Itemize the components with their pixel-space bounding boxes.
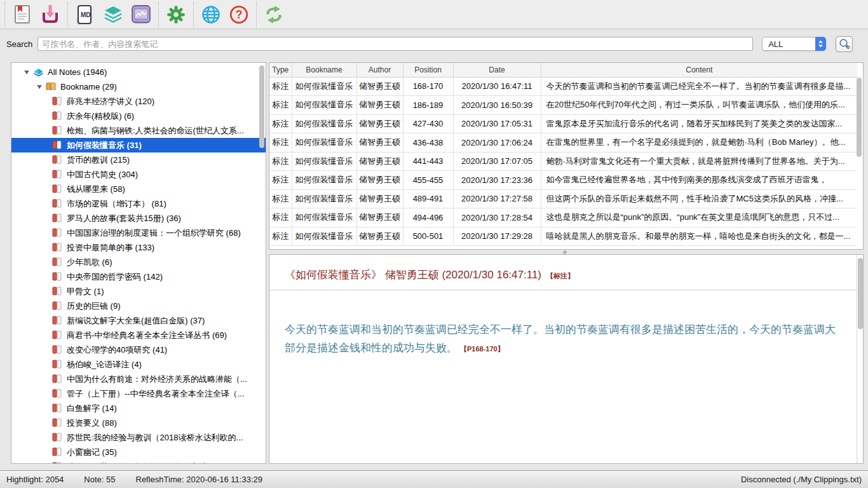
table-cell: 如何假装懂音乐	[292, 133, 356, 152]
column-header[interactable]: Bookname	[292, 63, 356, 77]
book-icon	[52, 316, 63, 325]
sidebar-item[interactable]: Bookname (29)	[11, 79, 266, 94]
table-cell: 在20世纪50年代到70年代之间，有过一类乐队，叫节奏蓝调乐队，他们使用的乐..…	[541, 96, 857, 115]
sidebar-item[interactable]: 商君书-中华经典名著全本全注全译丛书 (69)	[11, 328, 266, 342]
table-cell: 但这两个乐队的音乐听起来截然不同，性手枪沿袭了MC5这类乐队的风格，冲撞...	[541, 189, 857, 208]
search-label: Search	[6, 39, 32, 49]
sidebar-item[interactable]: 小窗幽记 (35)	[11, 445, 266, 459]
sidebar-scrollbar-thumb[interactable]	[259, 65, 264, 148]
website-globe-icon[interactable]	[197, 2, 225, 27]
statistics-chart-icon[interactable]	[127, 2, 155, 27]
sidebar-item[interactable]: 改变心理学的40项研究 (41)	[11, 342, 266, 357]
sidebar-item[interactable]: 货币的教训 (215)	[11, 152, 266, 167]
table-row[interactable]: 标注如何假装懂音乐储智勇王硕455-4552020/1/30 17:23:36如…	[269, 171, 857, 190]
sidebar-item-label: 从零开始学写作：个人增值的有效方法 (6)	[67, 461, 220, 464]
sidebar-item[interactable]: 薛兆丰经济学讲义 (120)	[11, 94, 266, 109]
detail-divider	[269, 290, 857, 290]
table-row[interactable]: 标注如何假装懂音乐储智勇王硕494-4962020/1/30 17:28:54这…	[269, 208, 857, 227]
sidebar-item[interactable]: 枪炮、病菌与钢铁:人类社会的命运(世纪人文系...	[11, 123, 266, 138]
sidebar-item[interactable]: 中国古代简史 (304)	[11, 167, 266, 182]
column-header[interactable]: Date	[453, 63, 541, 77]
sidebar-item[interactable]: 市场的逻辑（增订本） (81)	[11, 196, 266, 211]
note-position-badge: 【P168-170】	[460, 345, 505, 353]
globe-glyph	[201, 5, 220, 24]
sidebar-scrollbar[interactable]	[259, 64, 265, 462]
detail-scrollbar[interactable]	[857, 255, 857, 463]
filter-dropdown[interactable]: ALL	[762, 37, 826, 51]
search-button[interactable]	[836, 36, 853, 52]
sidebar-item[interactable]: 历史的巨镜 (9)	[11, 299, 266, 313]
table-cell: 标注	[269, 114, 292, 133]
sidebar-item[interactable]: 管子（上下册）--中华经典名著全本全注全译（...	[11, 386, 266, 401]
table-row[interactable]: 标注如何假装懂音乐储智勇王硕441-4432020/1/30 17:07:05鲍…	[269, 152, 857, 171]
book-icon	[52, 330, 63, 340]
sidebar-item[interactable]: 少年凯歌 (6)	[11, 255, 266, 269]
column-header[interactable]: Position	[403, 63, 453, 77]
detail-scrollbar-thumb[interactable]	[858, 258, 863, 329]
column-header[interactable]: Type	[269, 63, 292, 77]
sidebar-item[interactable]: 中央帝国的哲学密码 (142)	[11, 269, 266, 284]
status-note-count: Note: 55	[84, 475, 115, 484]
table-scrollbar[interactable]	[857, 78, 862, 248]
disclosure-triangle-icon[interactable]	[37, 85, 42, 89]
sidebar-item[interactable]: 白鱼解字 (14)	[11, 401, 266, 416]
table-cell: 储智勇王硕	[356, 152, 403, 171]
column-header[interactable]: Content	[541, 63, 857, 77]
toolbar-separator	[67, 2, 68, 27]
disclosure-triangle-icon[interactable]	[24, 71, 29, 74]
notes-document-icon[interactable]	[8, 2, 36, 27]
note-body-text: 今天的节奏蓝调和当初的节奏蓝调已经完全不一样了。当初的节奏蓝调有很多是描述困苦生…	[285, 323, 836, 354]
markdown-glyph: MD	[75, 4, 95, 25]
table-row[interactable]: 标注如何假装懂音乐储智勇王硕500-5012020/1/30 17:29:28嘻…	[269, 227, 857, 246]
table-cell: 这也是朋克之所以是“punk”的原因。“punk”在英文里是流氓阿飞的意思，只不…	[541, 208, 857, 227]
table-cell: 储智勇王硕	[356, 227, 403, 246]
sidebar-item[interactable]: 苏世民:我的经验与教训（2018读桥水达利欧的...	[11, 430, 266, 445]
sidebar-item-label: 中国古代简史 (304)	[67, 169, 138, 180]
sidebar-item[interactable]: 投资中最简单的事 (133)	[11, 240, 266, 255]
sidebar-item[interactable]: 中国为什么有前途：对外经济关系的战略潜能（...	[11, 372, 266, 386]
sidebar-item[interactable]: 杨伯峻_论语译注 (4)	[11, 357, 266, 372]
table-cell: 如何假装懂音乐	[292, 96, 356, 115]
sidebar-item-label: 货币的教训 (215)	[67, 154, 130, 166]
table-row[interactable]: 标注如何假装懂音乐储智勇王硕489-4912020/1/30 17:27:58但…	[269, 189, 857, 208]
sidebar-item[interactable]: 庆余年(精校版) (6)	[11, 109, 266, 123]
help-glyph: ?	[229, 5, 248, 24]
svg-text:?: ?	[236, 8, 243, 21]
table-cell: 如何假装懂音乐	[292, 189, 356, 208]
sidebar-item[interactable]: 罗马人的故事(套装共15册) (36)	[11, 211, 266, 226]
table-row[interactable]: 标注如何假装懂音乐储智勇王硕186-1892020/1/30 16:50:39在…	[269, 96, 857, 115]
sidebar-item[interactable]: 钱从哪里来 (58)	[11, 182, 266, 196]
sidebar-item[interactable]: 从零开始学写作：个人增值的有效方法 (6)	[11, 459, 266, 464]
table-row[interactable]: 标注如何假装懂音乐储智勇王硕427-4302020/1/30 17:05:31雷…	[269, 114, 857, 133]
table-row[interactable]: 标注如何假装懂音乐储智勇王硕168-1702020/1/30 16:47:11今…	[269, 77, 857, 96]
column-header[interactable]: Author	[356, 63, 403, 77]
table-cell: 494-496	[403, 208, 453, 227]
sidebar-item[interactable]: 新编说文解字大全集(超值白金版) (37)	[11, 313, 266, 328]
book-icon	[52, 140, 63, 150]
sidebar-item[interactable]: 投资要义 (88)	[11, 416, 266, 430]
settings-gear-icon[interactable]	[162, 2, 190, 27]
table-cell: 186-189	[403, 96, 453, 115]
book-icon	[52, 257, 63, 267]
sidebar-item-selected[interactable]: 如何假装懂音乐 (31)	[11, 138, 266, 152]
sidebar-item[interactable]: 中国国家治理的制度逻辑：一个组织学研究 (68)	[11, 226, 266, 240]
table-cell: 2020/1/30 17:05:31	[453, 114, 541, 133]
help-icon[interactable]: ?	[225, 2, 253, 27]
import-clippings-icon[interactable]	[36, 2, 64, 27]
sidebar-item-label: 改变心理学的40项研究 (41)	[67, 344, 167, 356]
book-icon	[52, 228, 63, 238]
sidebar-item[interactable]: All Notes (1946)	[11, 65, 266, 79]
table-row[interactable]: 标注如何假装懂音乐储智勇王硕436-4382020/1/30 17:06:24在…	[269, 133, 857, 152]
markdown-export-icon[interactable]: MD	[71, 2, 99, 27]
layers-icon[interactable]	[99, 2, 127, 27]
sidebar-item[interactable]: 甲骨文 (1)	[11, 284, 266, 299]
search-input[interactable]	[37, 37, 753, 51]
note-detail-title: 《如何假装懂音乐》 储智勇王硕 (2020/1/30 16:47:11)【标注】	[285, 268, 848, 282]
refresh-sync-icon[interactable]	[260, 2, 288, 27]
magnifier-icon	[838, 38, 850, 50]
table-cell: 如何假装懂音乐	[292, 114, 356, 133]
toolbar-separator	[256, 2, 257, 27]
notes-table-panel: TypeBooknameAuthorPositionDateContent 标注…	[269, 62, 864, 250]
table-scrollbar-thumb[interactable]	[857, 78, 862, 157]
sidebar-item-label: 庆余年(精校版) (6)	[67, 111, 134, 122]
